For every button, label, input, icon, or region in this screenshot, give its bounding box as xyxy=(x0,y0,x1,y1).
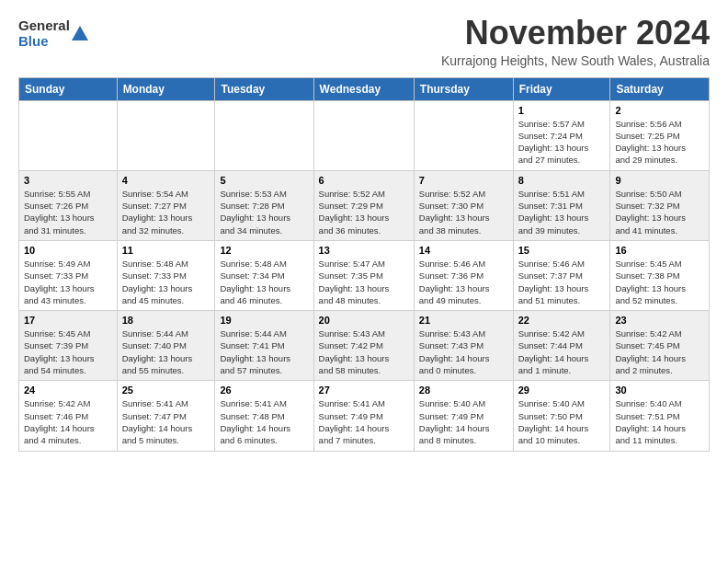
day-info: Sunrise: 5:48 AM Sunset: 7:34 PM Dayligh… xyxy=(220,258,308,306)
day-number: 21 xyxy=(419,315,508,326)
day-number: 26 xyxy=(220,385,308,396)
day-number: 24 xyxy=(24,385,112,396)
calendar-cell: 21Sunrise: 5:43 AM Sunset: 7:43 PM Dayli… xyxy=(414,311,513,381)
day-info: Sunrise: 5:45 AM Sunset: 7:39 PM Dayligh… xyxy=(24,327,112,376)
day-info: Sunrise: 5:50 AM Sunset: 7:32 PM Dayligh… xyxy=(615,188,704,236)
day-number: 28 xyxy=(419,385,508,396)
calendar-cell: 12Sunrise: 5:48 AM Sunset: 7:34 PM Dayli… xyxy=(215,240,313,310)
calendar-cell xyxy=(414,100,513,170)
day-info: Sunrise: 5:52 AM Sunset: 7:30 PM Dayligh… xyxy=(419,188,508,236)
day-number: 2 xyxy=(615,105,704,116)
calendar-cell: 30Sunrise: 5:40 AM Sunset: 7:51 PM Dayli… xyxy=(610,381,710,451)
day-number: 27 xyxy=(319,385,409,396)
day-info: Sunrise: 5:54 AM Sunset: 7:27 PM Dayligh… xyxy=(122,188,210,236)
day-number: 8 xyxy=(518,175,606,186)
calendar-cell: 9Sunrise: 5:50 AM Sunset: 7:32 PM Daylig… xyxy=(610,170,710,240)
calendar-cell: 25Sunrise: 5:41 AM Sunset: 7:47 PM Dayli… xyxy=(117,381,215,451)
calendar-week-5: 24Sunrise: 5:42 AM Sunset: 7:46 PM Dayli… xyxy=(19,381,710,451)
day-number: 13 xyxy=(319,245,409,256)
calendar-cell: 18Sunrise: 5:44 AM Sunset: 7:40 PM Dayli… xyxy=(117,311,215,381)
calendar-cell: 16Sunrise: 5:45 AM Sunset: 7:38 PM Dayli… xyxy=(610,240,710,310)
day-number: 11 xyxy=(122,245,210,256)
day-info: Sunrise: 5:52 AM Sunset: 7:29 PM Dayligh… xyxy=(319,188,409,236)
day-number: 16 xyxy=(615,245,704,256)
calendar-cell: 22Sunrise: 5:42 AM Sunset: 7:44 PM Dayli… xyxy=(513,311,610,381)
day-info: Sunrise: 5:40 AM Sunset: 7:51 PM Dayligh… xyxy=(615,397,704,446)
day-info: Sunrise: 5:57 AM Sunset: 7:24 PM Dayligh… xyxy=(518,118,606,167)
day-number: 25 xyxy=(122,385,210,396)
page-header: General Blue November 2024 Kurrajong Hei… xyxy=(18,15,710,68)
day-info: Sunrise: 5:43 AM Sunset: 7:43 PM Dayligh… xyxy=(419,327,508,376)
logo: General Blue xyxy=(18,18,90,49)
calendar-cell: 3Sunrise: 5:55 AM Sunset: 7:26 PM Daylig… xyxy=(19,170,118,240)
calendar-cell: 14Sunrise: 5:46 AM Sunset: 7:36 PM Dayli… xyxy=(414,240,513,310)
weekday-header-tuesday: Tuesday xyxy=(215,77,313,100)
month-title: November 2024 xyxy=(441,15,710,52)
calendar-cell: 15Sunrise: 5:46 AM Sunset: 7:37 PM Dayli… xyxy=(513,240,610,310)
calendar-cell: 29Sunrise: 5:40 AM Sunset: 7:50 PM Dayli… xyxy=(513,381,610,451)
calendar-week-4: 17Sunrise: 5:45 AM Sunset: 7:39 PM Dayli… xyxy=(19,311,710,381)
day-info: Sunrise: 5:46 AM Sunset: 7:37 PM Dayligh… xyxy=(518,258,606,306)
weekday-header-saturday: Saturday xyxy=(610,77,710,100)
calendar-cell: 17Sunrise: 5:45 AM Sunset: 7:39 PM Dayli… xyxy=(19,311,118,381)
day-number: 20 xyxy=(319,315,409,326)
day-info: Sunrise: 5:45 AM Sunset: 7:38 PM Dayligh… xyxy=(615,258,704,306)
day-number: 9 xyxy=(615,175,704,186)
calendar-cell: 8Sunrise: 5:51 AM Sunset: 7:31 PM Daylig… xyxy=(513,170,610,240)
calendar-cell: 2Sunrise: 5:56 AM Sunset: 7:25 PM Daylig… xyxy=(610,100,710,170)
day-info: Sunrise: 5:51 AM Sunset: 7:31 PM Dayligh… xyxy=(518,188,606,236)
weekday-header-wednesday: Wednesday xyxy=(313,77,414,100)
svg-marker-0 xyxy=(72,26,88,40)
calendar-cell xyxy=(19,100,118,170)
calendar-week-2: 3Sunrise: 5:55 AM Sunset: 7:26 PM Daylig… xyxy=(19,170,710,240)
calendar-cell: 27Sunrise: 5:41 AM Sunset: 7:49 PM Dayli… xyxy=(313,381,414,451)
day-number: 6 xyxy=(319,175,409,186)
calendar-week-1: 1Sunrise: 5:57 AM Sunset: 7:24 PM Daylig… xyxy=(19,100,710,170)
day-info: Sunrise: 5:44 AM Sunset: 7:40 PM Dayligh… xyxy=(122,327,210,376)
calendar-cell xyxy=(313,100,414,170)
calendar-cell: 24Sunrise: 5:42 AM Sunset: 7:46 PM Dayli… xyxy=(19,381,118,451)
day-number: 4 xyxy=(122,175,210,186)
day-number: 14 xyxy=(419,245,508,256)
day-number: 1 xyxy=(518,105,606,116)
logo-icon xyxy=(70,24,90,44)
calendar-cell: 10Sunrise: 5:49 AM Sunset: 7:33 PM Dayli… xyxy=(19,240,118,310)
calendar-cell: 1Sunrise: 5:57 AM Sunset: 7:24 PM Daylig… xyxy=(513,100,610,170)
day-info: Sunrise: 5:56 AM Sunset: 7:25 PM Dayligh… xyxy=(615,118,704,167)
day-info: Sunrise: 5:41 AM Sunset: 7:47 PM Dayligh… xyxy=(122,397,210,446)
day-info: Sunrise: 5:42 AM Sunset: 7:44 PM Dayligh… xyxy=(518,327,606,376)
weekday-header-friday: Friday xyxy=(513,77,610,100)
calendar-cell xyxy=(215,100,313,170)
day-info: Sunrise: 5:49 AM Sunset: 7:33 PM Dayligh… xyxy=(24,258,112,306)
logo-general: General xyxy=(18,18,70,34)
weekday-header-sunday: Sunday xyxy=(19,77,118,100)
calendar-table: SundayMondayTuesdayWednesdayThursdayFrid… xyxy=(18,77,710,452)
day-info: Sunrise: 5:40 AM Sunset: 7:50 PM Dayligh… xyxy=(518,397,606,446)
day-number: 17 xyxy=(24,315,112,326)
day-info: Sunrise: 5:43 AM Sunset: 7:42 PM Dayligh… xyxy=(319,327,409,376)
calendar-cell: 28Sunrise: 5:40 AM Sunset: 7:49 PM Dayli… xyxy=(414,381,513,451)
day-number: 22 xyxy=(518,315,606,326)
calendar-cell: 23Sunrise: 5:42 AM Sunset: 7:45 PM Dayli… xyxy=(610,311,710,381)
calendar-week-3: 10Sunrise: 5:49 AM Sunset: 7:33 PM Dayli… xyxy=(19,240,710,310)
weekday-header-monday: Monday xyxy=(117,77,215,100)
day-number: 5 xyxy=(220,175,308,186)
day-number: 12 xyxy=(220,245,308,256)
day-number: 19 xyxy=(220,315,308,326)
day-number: 29 xyxy=(518,385,606,396)
day-info: Sunrise: 5:42 AM Sunset: 7:45 PM Dayligh… xyxy=(615,327,704,376)
calendar-cell: 13Sunrise: 5:47 AM Sunset: 7:35 PM Dayli… xyxy=(313,240,414,310)
day-info: Sunrise: 5:46 AM Sunset: 7:36 PM Dayligh… xyxy=(419,258,508,306)
day-number: 18 xyxy=(122,315,210,326)
day-number: 30 xyxy=(615,385,704,396)
day-number: 7 xyxy=(419,175,508,186)
location: Kurrajong Heights, New South Wales, Aust… xyxy=(441,53,710,68)
calendar-cell: 20Sunrise: 5:43 AM Sunset: 7:42 PM Dayli… xyxy=(313,311,414,381)
day-number: 23 xyxy=(615,315,704,326)
calendar-cell: 26Sunrise: 5:41 AM Sunset: 7:48 PM Dayli… xyxy=(215,381,313,451)
weekday-header-row: SundayMondayTuesdayWednesdayThursdayFrid… xyxy=(19,77,710,100)
calendar-cell xyxy=(117,100,215,170)
day-number: 15 xyxy=(518,245,606,256)
logo-blue: Blue xyxy=(18,34,70,50)
calendar-cell: 7Sunrise: 5:52 AM Sunset: 7:30 PM Daylig… xyxy=(414,170,513,240)
